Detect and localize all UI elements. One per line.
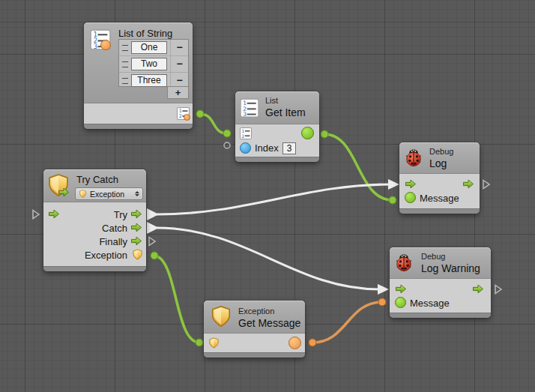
index-input-hint[interactable] [224,142,230,148]
try-output-stub[interactable] [147,208,159,220]
item-input-1[interactable]: Two [131,58,167,70]
ladybug-icon [404,148,423,168]
list-item-row: Two − [119,55,188,72]
node-title: Try Catch [76,174,118,185]
wire-dot[interactable] [223,130,231,137]
exception-row: Exception [43,248,146,262]
list-items-panel: One − Two − Three − [118,39,189,87]
try-output-port-icon[interactable] [130,209,142,219]
wire-getmessage-to-logwarning-message[interactable] [312,302,382,343]
add-item-button[interactable]: + [167,86,189,99]
catch-output-port-icon[interactable] [130,223,142,232]
ladybug-icon [394,253,414,273]
exception-input-port-icon[interactable] [208,337,220,349]
orange-badge-icon [100,40,111,50]
node-list-of-string[interactable]: List of String One − Two − Three − [84,22,193,129]
log-exit-hint[interactable] [483,181,489,189]
exception-label: Exception [85,250,127,261]
node-title: Log Warning [421,262,480,274]
node-log[interactable]: Debug Log Message [399,142,480,214]
node-header[interactable]: Exception Get Message [204,301,305,334]
wire-dot[interactable] [196,339,203,346]
node-body: Message [399,174,480,208]
wire-catch-to-logwarning[interactable] [157,228,380,289]
exception-type-dropdown[interactable]: Exception [75,187,143,200]
wire-dot[interactable] [309,339,316,346]
node-title: List of String [118,28,172,39]
exception-output-port-icon[interactable] [132,249,143,260]
exit-flow-port-icon[interactable] [472,284,484,294]
try-label: Try [114,209,127,220]
node-category: Exception [238,307,274,316]
orange-badge-icon [184,114,190,121]
wire-getitem-to-log-message[interactable] [324,134,393,200]
node-header[interactable]: List Get Item [235,91,319,124]
dropdown-arrows-icon [135,191,139,196]
drag-handle-icon[interactable] [122,78,128,84]
node-body: Message [390,279,491,313]
wire-dot[interactable] [389,196,396,204]
node-get-message[interactable]: Exception Get Message [204,301,305,358]
wire-dot[interactable] [196,110,204,118]
catch-output-stub[interactable] [147,222,159,234]
node-category: List [265,96,278,105]
node-title: Get Item [265,106,306,118]
list-input-port-icon[interactable] [240,127,252,139]
node-title: Log [429,157,447,169]
index-label: Index [255,142,279,154]
node-header[interactable]: Debug Log [399,142,480,174]
try-row: Try [43,208,146,221]
logwarning-exit-hint[interactable] [495,286,501,294]
wire-list-to-getitem[interactable] [200,114,227,133]
remove-item-button[interactable]: − [170,56,188,72]
message-input-port[interactable] [395,297,406,308]
shield-icon [210,305,232,328]
message-input-port[interactable] [405,192,416,203]
node-footer [399,208,480,214]
log-enter-arrowhead[interactable] [388,179,399,190]
drag-handle-icon[interactable] [122,61,128,67]
node-footer [84,124,193,129]
wire-exception-to-getmessage[interactable] [154,256,199,343]
graph-canvas[interactable]: List of String One − Two − Three − [0,0,535,392]
item-input-2[interactable]: Three [131,74,167,87]
drag-handle-icon[interactable] [122,45,128,51]
wire-dot[interactable] [378,298,386,306]
enter-flow-port-icon[interactable] [48,209,60,219]
trycatch-enter-hint[interactable] [33,211,39,219]
node-footer [43,266,146,271]
list-icon [240,98,259,118]
node-header[interactable]: Debug Log Warning [390,247,491,279]
node-category: Debug [421,252,445,261]
list-item-row: One − [119,40,188,55]
wire-try-to-log[interactable] [157,184,390,214]
node-body: Index 3 [235,124,319,157]
logwarning-enter-arrowhead[interactable] [378,284,389,295]
node-log-warning[interactable]: Debug Log Warning Message [390,247,491,318]
item-input-0[interactable]: One [131,41,167,54]
node-body [84,103,193,124]
node-get-item[interactable]: List Get Item Index 3 [235,91,319,162]
item-output-port[interactable] [301,127,314,139]
wire-dot[interactable] [151,252,158,259]
flow-arrow-icon [58,187,70,197]
enter-flow-port-icon[interactable] [405,179,417,189]
wire-dot[interactable] [321,130,328,138]
node-category: Debug [429,147,453,156]
message-label: Message [410,298,450,309]
node-footer [235,157,319,162]
finally-output-hint[interactable] [149,238,155,246]
remove-item-button[interactable]: − [170,40,188,55]
node-body [204,334,305,352]
index-input-port[interactable] [240,142,251,154]
exit-flow-port-icon[interactable] [462,179,474,189]
node-footer [390,313,491,318]
node-header[interactable]: Try Catch Exception [43,169,146,202]
finally-output-port-icon[interactable] [130,236,142,246]
shield-icon [79,190,87,198]
index-value-field[interactable]: 3 [282,142,296,154]
enter-flow-port-icon[interactable] [395,284,407,294]
node-try-catch[interactable]: Try Catch Exception Try Catch Finally [43,169,146,271]
message-output-port[interactable] [288,337,301,349]
node-header[interactable]: List of String One − Two − Three − [84,22,193,103]
